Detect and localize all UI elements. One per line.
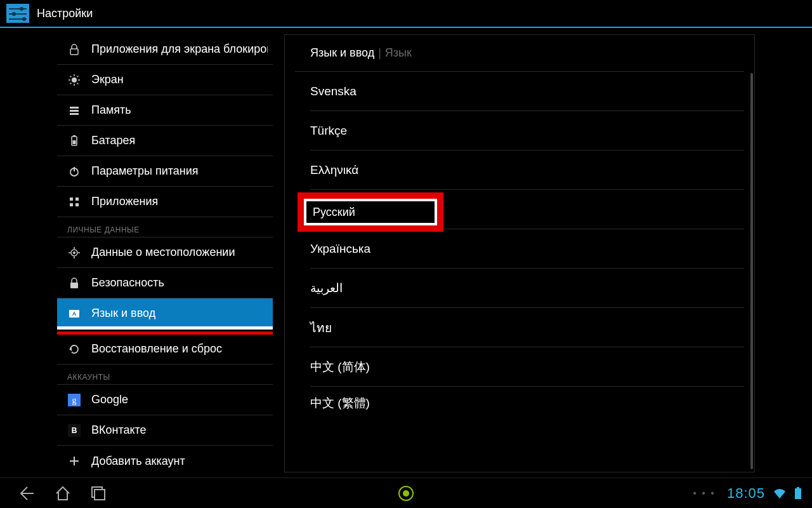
sidebar-item-label: Google <box>91 393 128 406</box>
sidebar-item-battery[interactable]: Батарея <box>57 126 273 156</box>
sidebar-item-storage[interactable]: Память <box>57 95 273 126</box>
apps-icon <box>67 195 81 209</box>
lock-icon <box>67 276 81 290</box>
svg-point-2 <box>20 7 23 11</box>
lang-item-ukrainian[interactable]: Українська <box>310 229 744 269</box>
svg-rect-21 <box>73 135 75 137</box>
lang-label: 中文 (简体) <box>310 359 370 375</box>
svg-rect-18 <box>70 110 79 112</box>
clock: 18:05 <box>727 485 765 502</box>
sidebar-item-label: Добавить аккаунт <box>91 455 185 468</box>
sidebar-item-location[interactable]: Данные о местоположении <box>57 237 273 268</box>
lang-label: Ελληνικά <box>310 163 358 177</box>
svg-point-4 <box>12 12 16 16</box>
sidebar-item-backup-reset[interactable]: Восстановление и сброс <box>57 334 273 364</box>
svg-text:A: A <box>72 311 77 317</box>
sidebar-item-power[interactable]: Параметры питания <box>57 156 273 187</box>
sidebar-item-label: Параметры питания <box>91 164 199 178</box>
svg-line-15 <box>70 83 72 84</box>
sidebar-item-display[interactable]: Экран <box>57 65 273 95</box>
plus-icon <box>67 454 81 468</box>
system-navbar: • • • 18:05 <box>0 478 812 508</box>
lang-label: Türkçe <box>310 124 347 138</box>
location-icon <box>67 246 81 260</box>
titlebar: Настройки <box>0 0 812 28</box>
svg-rect-46 <box>95 490 105 500</box>
svg-rect-49 <box>795 488 801 499</box>
sidebar-item-label: Экран <box>91 73 124 86</box>
power-icon <box>67 164 81 178</box>
keyboard-icon: A <box>67 307 81 321</box>
svg-point-8 <box>72 77 77 83</box>
sidebar-item-security[interactable]: Безопасность <box>57 268 273 298</box>
svg-line-13 <box>70 76 72 77</box>
svg-text:B: B <box>72 426 77 435</box>
status-area[interactable]: • • • 18:05 <box>693 485 812 502</box>
sidebar-header-personal: ЛИЧНЫЕ ДАННЫЕ <box>57 217 273 237</box>
sidebar-item-add-account[interactable]: Добавить аккаунт <box>57 446 273 472</box>
lang-label: 中文 (繁體) <box>310 395 370 411</box>
storage-icon <box>67 104 81 117</box>
svg-rect-35 <box>70 283 78 288</box>
sidebar-item-label: Память <box>91 104 131 117</box>
breadcrumb-sub: Язык <box>385 46 412 60</box>
svg-rect-19 <box>70 113 79 115</box>
sidebar-item-label: Приложения для экрана блокировки <box>91 43 268 56</box>
sidebar-item-label: Приложения <box>91 195 158 208</box>
sidebar-item-language[interactable]: A Язык и ввод <box>57 298 273 329</box>
svg-rect-28 <box>75 203 79 206</box>
wifi-icon <box>773 488 787 499</box>
svg-rect-27 <box>70 203 73 206</box>
back-button[interactable] <box>18 484 37 503</box>
settings-app-icon <box>6 4 29 23</box>
svg-point-48 <box>403 490 409 497</box>
svg-point-30 <box>73 251 75 254</box>
sidebar-item-label: Данные о местоположении <box>91 246 235 259</box>
recent-apps-button[interactable] <box>89 484 108 503</box>
nav-center-indicator[interactable] <box>398 485 414 502</box>
svg-rect-17 <box>70 107 79 109</box>
annotation-highlight-inner: Русский <box>304 199 437 225</box>
google-icon: g <box>67 393 81 407</box>
svg-rect-50 <box>797 487 799 488</box>
sidebar-item-label: Батарея <box>91 134 135 147</box>
sidebar-item-google[interactable]: g Google <box>57 385 273 415</box>
svg-line-14 <box>77 83 79 84</box>
sidebar-item-apps[interactable]: Приложения <box>57 187 273 217</box>
lang-label: Українська <box>310 242 370 256</box>
app-title: Настройки <box>37 7 93 20</box>
lang-item-turkce[interactable]: Türkçe <box>310 111 744 150</box>
language-list[interactable]: Svenska Türkçe Ελληνικά Русский Українсь… <box>295 72 744 420</box>
sun-icon <box>67 73 81 87</box>
breadcrumb-separator: | <box>374 46 385 60</box>
sidebar-item-label: Восстановление и сброс <box>91 342 222 356</box>
svg-text:g: g <box>72 396 77 405</box>
lang-item-chinese-simplified[interactable]: 中文 (简体) <box>310 347 744 387</box>
settings-sidebar[interactable]: Приложения для экрана блокировки Экран П… <box>57 34 273 472</box>
svg-rect-25 <box>70 197 73 201</box>
lang-label: العربية <box>310 281 343 295</box>
lang-item-thai[interactable]: ไทย <box>310 308 744 347</box>
lang-item-greek[interactable]: Ελληνικά <box>310 150 744 190</box>
sidebar-header-accounts: АККАУНТЫ <box>57 364 273 385</box>
breadcrumb-main[interactable]: Язык и ввод <box>310 46 374 60</box>
language-panel: Язык и ввод | Язык Svenska Türkçe Ελληνι… <box>284 34 755 472</box>
lang-item-svenska[interactable]: Svenska <box>310 72 744 111</box>
sidebar-item-label: Безопасность <box>91 276 164 290</box>
lang-item-chinese-traditional[interactable]: 中文 (繁體) <box>310 387 744 420</box>
sidebar-item-label: Язык и ввод <box>91 307 155 320</box>
lang-label: ไทย <box>310 318 332 337</box>
status-dots-icon: • • • <box>693 488 716 499</box>
lang-item-russian[interactable]: Русский <box>310 190 744 229</box>
home-button[interactable] <box>53 484 72 503</box>
battery-icon <box>67 134 81 148</box>
scrollbar[interactable] <box>750 73 753 469</box>
restore-icon <box>67 342 81 356</box>
lang-item-arabic[interactable]: العربية <box>310 269 744 308</box>
sidebar-item-lockscreen-apps[interactable]: Приложения для экрана блокировки <box>57 34 273 65</box>
sidebar-item-vk[interactable]: B ВКонтакте <box>57 415 273 446</box>
battery-status-icon <box>794 487 802 500</box>
svg-point-6 <box>22 17 26 21</box>
svg-rect-26 <box>75 197 79 201</box>
svg-rect-22 <box>73 140 76 144</box>
